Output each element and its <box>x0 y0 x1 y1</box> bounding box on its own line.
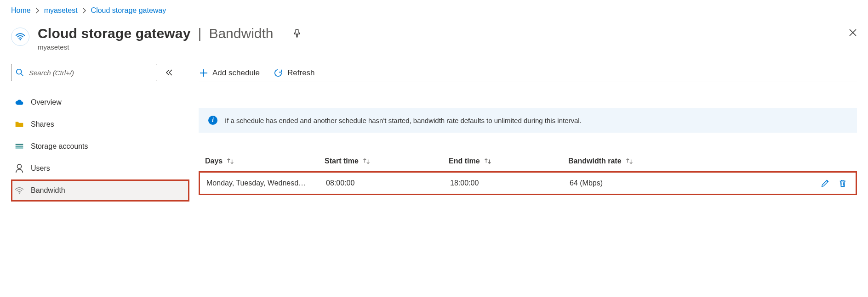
trash-icon <box>838 179 847 188</box>
title-separator: | <box>198 26 202 41</box>
sidebar-item-users[interactable]: Users <box>11 157 189 179</box>
toolbar-label: Refresh <box>287 68 315 78</box>
column-header-label: End time <box>449 157 480 165</box>
refresh-icon <box>274 68 283 78</box>
add-schedule-button[interactable]: Add schedule <box>199 67 261 79</box>
svg-point-0 <box>20 39 21 40</box>
plus-icon <box>200 69 208 77</box>
svg-point-1 <box>17 69 22 74</box>
sidebar-item-label: Storage accounts <box>31 142 88 151</box>
collapse-sidebar-button[interactable] <box>166 69 173 76</box>
page-header: Cloud storage gateway | Bandwidth myaset… <box>11 26 857 51</box>
search-icon <box>16 68 24 77</box>
sidebar-item-overview[interactable]: Overview <box>11 91 189 113</box>
sidebar-item-label: Overview <box>31 98 62 106</box>
info-icon: i <box>208 116 217 125</box>
edit-row-button[interactable] <box>819 177 832 190</box>
sidebar-item-label: Shares <box>31 120 54 129</box>
resource-subtitle: myasetest <box>38 43 305 51</box>
column-header-bandwidth-rate[interactable]: Bandwidth rate <box>568 157 805 165</box>
cell-start-time: 08:00:00 <box>326 179 450 187</box>
chevron-right-icon <box>35 7 40 14</box>
column-header-label: Days <box>205 157 223 165</box>
chevron-right-icon <box>82 7 86 14</box>
svg-rect-4 <box>16 148 23 149</box>
person-icon <box>14 164 24 173</box>
breadcrumb: Home myasetest Cloud storage gateway <box>11 6 857 15</box>
sort-icon <box>362 157 371 165</box>
sidebar-item-shares[interactable]: Shares <box>11 113 189 135</box>
page-title: Cloud storage gateway <box>38 26 191 41</box>
page-subtitle: Bandwidth <box>209 26 273 41</box>
pencil-icon <box>821 179 830 188</box>
main-panel: Add schedule Refresh i If a schedule has… <box>189 64 857 195</box>
folder-icon <box>14 121 24 128</box>
sidebar: Overview Shares Storage accounts Users <box>11 64 189 202</box>
wifi-icon <box>11 28 29 46</box>
column-header-start-time[interactable]: Start time <box>325 157 449 165</box>
schedule-table: Days Start time End time <box>199 151 857 195</box>
column-header-label: Start time <box>325 157 359 165</box>
sidebar-item-label: Users <box>31 164 50 173</box>
cell-bandwidth-rate: 64 (Mbps) <box>570 179 803 187</box>
table-header-row: Days Start time End time <box>199 151 857 171</box>
sidebar-item-label: Bandwidth <box>31 186 65 195</box>
info-banner-text: If a schedule has ended and another sche… <box>225 117 582 124</box>
sidebar-search-input[interactable] <box>11 64 157 81</box>
column-header-label: Bandwidth rate <box>568 157 622 165</box>
breadcrumb-link-gateway[interactable]: Cloud storage gateway <box>91 6 166 15</box>
sort-icon <box>625 157 634 165</box>
cell-days: Monday, Tuesday, Wednesd… <box>206 179 326 187</box>
cloud-icon <box>14 99 24 106</box>
breadcrumb-link-home[interactable]: Home <box>11 6 31 15</box>
refresh-button[interactable]: Refresh <box>273 67 316 79</box>
sort-icon <box>484 157 492 165</box>
table-row[interactable]: Monday, Tuesday, Wednesd… 08:00:00 18:00… <box>199 171 857 195</box>
column-header-days[interactable]: Days <box>205 157 325 165</box>
delete-row-button[interactable] <box>836 177 849 190</box>
sort-icon <box>226 157 234 165</box>
cell-end-time: 18:00:00 <box>450 179 570 187</box>
sidebar-nav: Overview Shares Storage accounts Users <box>11 91 189 202</box>
toolbar-label: Add schedule <box>212 68 260 78</box>
info-banner: i If a schedule has ended and another sc… <box>199 108 857 133</box>
breadcrumb-link-resource[interactable]: myasetest <box>44 6 78 15</box>
sidebar-item-storage-accounts[interactable]: Storage accounts <box>11 135 189 157</box>
pin-button[interactable] <box>289 26 305 41</box>
svg-rect-2 <box>16 144 23 145</box>
wifi-icon <box>14 186 24 195</box>
column-header-end-time[interactable]: End time <box>449 157 568 165</box>
toolbar: Add schedule Refresh <box>199 64 857 82</box>
svg-point-5 <box>17 164 22 168</box>
storage-icon <box>14 143 24 150</box>
close-button[interactable] <box>849 28 857 37</box>
svg-rect-3 <box>16 146 23 147</box>
sidebar-item-bandwidth[interactable]: Bandwidth <box>11 179 189 202</box>
svg-point-6 <box>19 193 20 194</box>
